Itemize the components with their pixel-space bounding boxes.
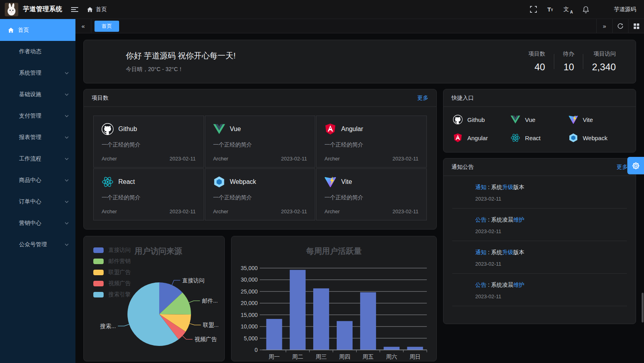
sidebar-item-marketing[interactable]: 营销中心: [0, 212, 75, 234]
pie-label-line: [189, 301, 200, 303]
sidebar-item-report[interactable]: 报表管理: [0, 127, 75, 148]
project-card-github[interactable]: Github 一个正经的简介 Archer2023-02-11: [93, 116, 204, 168]
stat-value: 40: [528, 62, 545, 73]
notice-title-segment: 版本: [513, 249, 524, 255]
sidebar-item-product[interactable]: 商品中心: [0, 170, 75, 191]
chevron-down-icon: [64, 156, 69, 161]
bar-chart-ytick-label: 15,000: [241, 312, 258, 318]
pie-callout-label: 直接访问: [182, 277, 204, 284]
project-name: Github: [118, 126, 137, 133]
bar-chart-xtick-label: 周二: [292, 353, 303, 360]
tabs-scroll-left-icon[interactable]: «: [75, 19, 91, 33]
sidebar-item-label: 工作流程: [19, 155, 41, 162]
refresh-icon[interactable]: [612, 19, 628, 33]
sidebar-fold-icon[interactable]: [71, 7, 78, 12]
user-menu[interactable]: 芋道源码: [600, 4, 636, 15]
bar-周四[interactable]: [337, 321, 353, 350]
notice-avatar: [452, 216, 469, 232]
settings-gear-button[interactable]: [627, 157, 644, 174]
pie-callout-label: 搜索...: [100, 323, 116, 329]
project-card-webpack[interactable]: Webpack 一个正经的简介 Archer2023-02-11: [205, 168, 316, 220]
legend-item-搜索引擎[interactable]: 搜索引擎: [93, 291, 131, 298]
sidebar-item-infra[interactable]: 基础设施: [0, 84, 75, 105]
shortcut-angular[interactable]: Angular: [453, 133, 511, 143]
legend-item-视频广告[interactable]: 视频广告: [93, 280, 131, 287]
project-date: 2023-02-11: [392, 209, 418, 214]
project-card-vite[interactable]: Vite 一个正经的简介 Archer2023-02-11: [316, 168, 427, 220]
tabs-scroll-right-icon[interactable]: »: [596, 19, 612, 33]
shortcut-vue[interactable]: Vue: [511, 115, 568, 124]
project-card-vue[interactable]: Vue 一个正经的简介 Archer2023-02-11: [205, 116, 316, 168]
bar-chart-xtick-label: 周日: [409, 353, 420, 360]
bar-周一[interactable]: [266, 319, 282, 350]
shortcut-github[interactable]: Github: [453, 115, 511, 124]
bar-周五[interactable]: [360, 292, 376, 350]
legend-chip: [93, 259, 104, 264]
shortcut-label: Github: [467, 116, 485, 123]
project-date: 2023-02-11: [170, 209, 196, 214]
shortcuts-grid: Github Vue Vite Angular React Webpack: [443, 107, 636, 152]
shortcut-webpack[interactable]: Webpack: [569, 133, 626, 143]
bar-周三[interactable]: [313, 288, 329, 350]
stat-0: 项目数 40: [520, 50, 554, 73]
bar-周二[interactable]: [290, 270, 306, 350]
breadcrumb[interactable]: 首页: [87, 6, 107, 13]
shortcuts-card: 快捷入口 Github Vue Vite Angular React Webpa…: [443, 89, 636, 153]
font-size-icon[interactable]: Tт: [547, 6, 553, 13]
legend-label: 直接访问: [108, 247, 131, 254]
bell-icon[interactable]: [582, 6, 589, 13]
legend-item-联盟广告[interactable]: 联盟广告: [93, 269, 131, 276]
sidebar-item-pay[interactable]: 支付管理: [0, 105, 75, 127]
projects-more-link[interactable]: 更多: [417, 95, 428, 102]
sidebar-item-workflow[interactable]: 工作流程: [0, 148, 75, 170]
welcome-stats: 项目数 40待办 10项目访问 2,340: [520, 50, 625, 73]
legend-item-直接访问[interactable]: 直接访问: [93, 247, 131, 254]
tabs-menu-icon[interactable]: [628, 19, 644, 33]
project-card-angular[interactable]: Angular 一个正经的简介 Archer2023-02-11: [316, 116, 427, 168]
bar-chart-xtick-label: 周五: [362, 353, 374, 360]
home-icon: [8, 27, 14, 33]
shortcut-react[interactable]: React: [511, 133, 568, 143]
bar-周六[interactable]: [384, 347, 399, 350]
bar-chart-ytick-label: 0: [255, 347, 258, 353]
github-icon: [453, 115, 463, 124]
tab-首页[interactable]: 首页: [94, 21, 119, 32]
page-scrollbar[interactable]: [642, 293, 644, 322]
project-desc: 一个正经的简介: [324, 141, 418, 149]
project-card-react[interactable]: React 一个正经的简介 Archer2023-02-11: [93, 168, 204, 220]
sidebar-item-order[interactable]: 订单中心: [0, 191, 75, 212]
sidebar-item-author-news[interactable]: 作者动态: [0, 41, 75, 62]
notices-card: 通知公告 更多 通知 : 系统升级版本 2023-02-11 公告 : 系统凌晨…: [443, 158, 636, 324]
shortcut-label: Webpack: [583, 135, 607, 141]
notice-item-1[interactable]: 公告 : 系统凌晨维护 2023-02-11: [452, 209, 627, 241]
gear-icon: [632, 162, 640, 170]
notice-item-3[interactable]: 公告 : 系统凌晨维护 2023-02-11: [452, 274, 627, 306]
notice-title: 通知 : 系统升级版本: [475, 184, 524, 191]
sidebar-item-mp[interactable]: 公众号管理: [0, 234, 75, 255]
bar-chart-xtick-label: 周一: [269, 353, 280, 360]
translate-icon[interactable]: 文A: [563, 6, 572, 13]
sidebar-item-home[interactable]: 首页: [0, 19, 75, 41]
project-author: Archer: [324, 209, 339, 214]
bar-chart-xtick-label: 周六: [386, 353, 397, 360]
sidebar-item-system[interactable]: 系统管理: [0, 62, 75, 84]
page-content: 你好 芋道源码 祝你开心每一天! 今日晴，20°C - 32°C！ 项目数 40…: [75, 33, 644, 363]
legend-item-邮件营销[interactable]: 邮件营销: [93, 258, 131, 265]
welcome-avatar: [95, 50, 117, 73]
notice-item-2[interactable]: 通知 : 系统升级版本 2023-02-11: [452, 241, 627, 274]
legend-label: 联盟广告: [108, 269, 131, 276]
sidebar-item-label: 基础设施: [19, 91, 41, 98]
shortcut-vite[interactable]: Vite: [569, 115, 626, 124]
rabbit-logo-icon: [5, 3, 18, 16]
sidebar-item-label: 首页: [18, 27, 29, 34]
notice-item-0[interactable]: 通知 : 系统升级版本 2023-02-11: [452, 176, 627, 209]
sidebar-item-label: 公众号管理: [19, 241, 47, 248]
bar-周日[interactable]: [407, 347, 423, 350]
project-author: Archer: [213, 156, 228, 162]
stat-1: 待办 10: [554, 50, 583, 73]
notices-more-link[interactable]: 更多: [617, 164, 628, 171]
stat-2: 项目访问 2,340: [583, 50, 625, 73]
project-name: Angular: [341, 126, 363, 133]
pie-callout-label: 视频广告: [195, 336, 217, 342]
fullscreen-icon[interactable]: [530, 6, 537, 13]
